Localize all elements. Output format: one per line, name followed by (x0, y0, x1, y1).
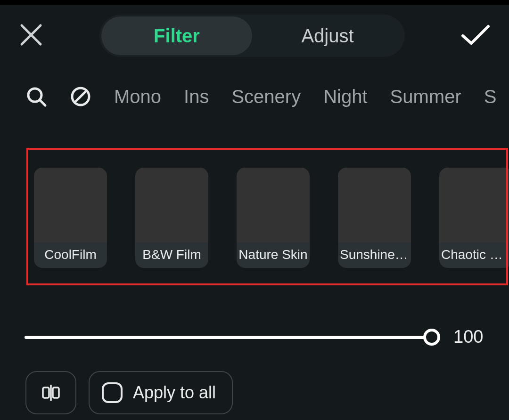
svg-rect-6 (43, 388, 49, 398)
svg-line-5 (74, 90, 87, 103)
slider-track (25, 336, 432, 339)
no-filter-button[interactable] (70, 86, 91, 107)
filter-coolfilm[interactable]: CoolFilm (34, 168, 107, 268)
search-icon (25, 86, 47, 107)
search-button[interactable] (25, 86, 47, 107)
category-summer[interactable]: Summer (390, 86, 461, 107)
mode-segmented-control: Filter Adjust (99, 15, 405, 57)
intensity-slider[interactable] (25, 328, 432, 347)
filter-thumbnails: CoolFilm B&W Film Nature Skin Sunshine S… (34, 168, 509, 268)
header: Filter Adjust (0, 5, 509, 67)
filter-preview (237, 168, 310, 242)
filter-nature-skin[interactable]: Nature Skin (237, 168, 310, 268)
check-icon (460, 23, 491, 47)
no-filter-icon (70, 86, 91, 107)
tab-filter[interactable]: Filter (101, 16, 252, 55)
category-more[interactable]: S (484, 86, 497, 107)
close-icon (18, 22, 44, 48)
intensity-value: 100 (453, 327, 491, 347)
filter-preview (338, 168, 411, 242)
filter-bw-film[interactable]: B&W Film (135, 168, 208, 268)
apply-to-all-label: Apply to all (133, 383, 216, 403)
filter-label: Sunshine S… (338, 242, 411, 268)
category-tabs: Mono Ins Scenery Night Summer S (0, 67, 509, 121)
category-scenery[interactable]: Scenery (231, 86, 301, 107)
filter-label: B&W Film (135, 242, 208, 268)
filter-preview (135, 168, 208, 242)
filter-panel: Filter Adjust Mono Ins Scenery Night Sum… (0, 5, 509, 420)
svg-line-3 (40, 100, 45, 105)
apply-to-all-button[interactable]: Apply to all (89, 371, 233, 414)
close-button[interactable] (18, 22, 44, 50)
intensity-row: 100 (25, 327, 491, 347)
filter-preview (34, 168, 107, 242)
category-night[interactable]: Night (323, 86, 367, 107)
slider-knob[interactable] (423, 329, 440, 346)
filter-chaotic[interactable]: Chaotic Car. (439, 168, 509, 268)
filter-sunshine[interactable]: Sunshine S… (338, 168, 411, 268)
category-mono[interactable]: Mono (114, 86, 161, 107)
apply-to-all-checkbox[interactable] (102, 382, 123, 403)
category-ins[interactable]: Ins (184, 86, 209, 107)
compare-icon (40, 382, 62, 404)
compare-button[interactable] (25, 371, 76, 414)
filter-label: Nature Skin (237, 242, 310, 268)
bottom-actions: Apply to all (25, 371, 233, 414)
filter-label: Chaotic Car. (439, 242, 509, 268)
tab-adjust[interactable]: Adjust (252, 16, 403, 55)
filter-preview (439, 168, 509, 242)
svg-rect-7 (53, 388, 59, 398)
confirm-button[interactable] (460, 23, 491, 49)
filter-label: CoolFilm (34, 242, 107, 268)
